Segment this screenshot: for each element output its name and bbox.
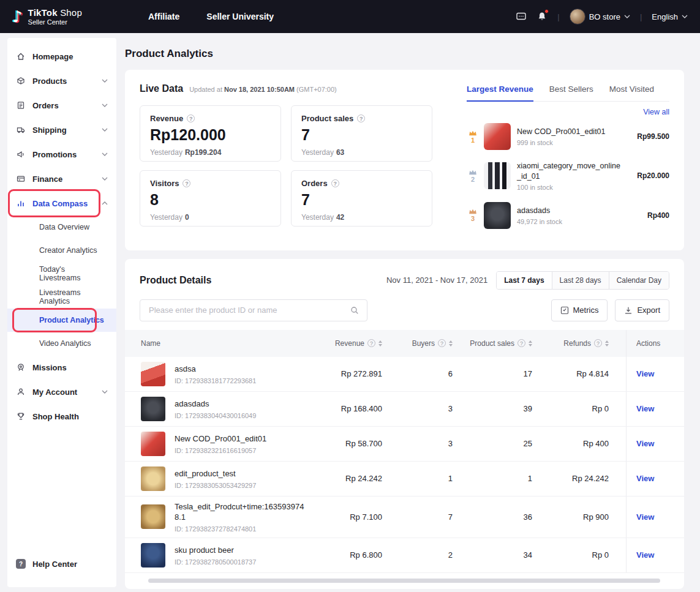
store-name: BO store — [589, 12, 620, 21]
sidebar-subitem-creator-analytics[interactable]: Creator Analytics — [7, 239, 116, 262]
header-product-sales: Product sales? — [470, 330, 549, 357]
card-icon — [16, 174, 26, 184]
product-name: New COD_Pro001_edit01 — [175, 433, 266, 444]
box-icon — [16, 76, 26, 86]
product-amount: Rp400 — [642, 211, 669, 220]
sidebar-subitem-product-analytics[interactable]: Product Analytics — [7, 309, 116, 332]
sidebar-item-products[interactable]: Products — [7, 69, 116, 93]
search-input[interactable] — [148, 305, 350, 315]
view-link[interactable]: View — [636, 512, 654, 522]
search-icon[interactable] — [350, 305, 359, 315]
cell-product-sales: 39 — [470, 392, 549, 426]
product-thumbnail — [141, 543, 165, 568]
sidebar-item-label: Missions — [32, 363, 67, 372]
yesterday-label: Yesterday — [301, 148, 334, 157]
sidebar-item-finance[interactable]: Finance — [7, 167, 116, 191]
product-id: ID: 1729383053053429297 — [175, 482, 256, 489]
sidebar-item-help-center[interactable]: ? Help Center — [7, 552, 116, 576]
view-link[interactable]: View — [636, 474, 654, 483]
sidebar-subitem-data-overview[interactable]: Data Overview — [7, 215, 116, 239]
product-thumbnail — [141, 466, 165, 491]
sidebar-item-missions[interactable]: Missions — [7, 355, 116, 380]
range-last-28-days[interactable]: Last 28 days — [552, 272, 609, 289]
table-row: New COD_Pro001_edit01ID: 172938232161661… — [125, 427, 684, 462]
header-revenue: Revenue? — [314, 330, 399, 357]
question-circle-icon[interactable]: ? — [438, 339, 446, 347]
sidebar-item-label: Orders — [32, 101, 59, 110]
sidebar-subitem-livestreams-analytics[interactable]: Livestreams Analytics — [7, 285, 116, 309]
metric-orders: Orders? 7 Yesterday42 — [291, 170, 432, 227]
range-calendar-day[interactable]: Calendar Day — [609, 272, 669, 289]
chevron-down-icon — [624, 15, 630, 18]
view-link[interactable]: View — [636, 550, 654, 560]
sidebar-item-label: Data Compass — [32, 199, 88, 208]
brand-subtitle: Seller Center — [28, 18, 82, 26]
store-menu[interactable]: BO store — [570, 9, 630, 24]
orders-icon — [16, 100, 26, 110]
sidebar-item-label: Shop Health — [32, 412, 79, 421]
horizontal-scrollbar[interactable] — [148, 579, 660, 583]
question-circle-icon[interactable]: ? — [517, 339, 525, 347]
brand-name: TikTok Shop — [28, 7, 82, 18]
ranking-item[interactable]: 3 adasdads49,972 in stock Rp400 — [467, 197, 669, 234]
yesterday-value: 63 — [336, 148, 344, 157]
sidebar-item-shipping[interactable]: Shipping — [7, 118, 116, 142]
table-row: sku product beerID: 1729382780500018737 … — [125, 538, 684, 573]
cell-product-sales: 34 — [470, 538, 549, 572]
question-circle-icon[interactable]: ? — [183, 179, 190, 187]
sidebar-item-promotions[interactable]: Promotions — [7, 142, 116, 167]
top-nav: Affiliate Seller University — [148, 12, 274, 21]
tab-largest-revenue[interactable]: Largest Revenue — [467, 84, 533, 102]
cell-buyers: 3 — [399, 392, 470, 426]
chevron-down-icon — [682, 15, 688, 18]
sidebar-item-shop-health[interactable]: Shop Health — [7, 404, 116, 429]
sidebar-item-my-account[interactable]: My Account — [7, 380, 116, 404]
product-name: xiaomi_category_move_online_id_01 — [517, 161, 621, 182]
sidebar-subitem-label: Product Analytics — [39, 316, 104, 324]
bell-icon[interactable] — [536, 11, 548, 22]
sidebar-item-orders[interactable]: Orders — [7, 93, 116, 118]
tab-most-visited[interactable]: Most Visited — [609, 84, 654, 101]
sort-icon[interactable] — [449, 340, 453, 347]
separator: | — [640, 12, 642, 21]
chevron-down-icon — [102, 390, 108, 394]
export-button[interactable]: Export — [615, 299, 669, 321]
sidebar-item-homepage[interactable]: Homepage — [7, 44, 116, 69]
question-circle-icon[interactable]: ? — [357, 114, 365, 122]
product-id: ID: 1729382321616619057 — [175, 447, 266, 454]
product-id: ID: 1729383040430016049 — [175, 412, 256, 419]
live-data-title: Live Data — [140, 83, 183, 94]
sort-icon[interactable] — [605, 340, 609, 347]
ranking-item[interactable]: 2 xiaomi_category_move_online_id_01100 i… — [467, 155, 669, 197]
page-title: Product Analytics — [125, 48, 684, 60]
sidebar-subitem-todays-livestreams[interactable]: Today's Livestreams — [7, 262, 116, 285]
sidebar-subitem-label: Creator Analytics — [39, 246, 97, 255]
sort-icon[interactable] — [378, 340, 382, 347]
question-circle-icon[interactable]: ? — [594, 339, 602, 347]
metrics-button[interactable]: Metrics — [551, 299, 608, 321]
cell-product-sales: 36 — [470, 496, 549, 538]
sidebar-subitem-label: Video Analytics — [39, 339, 91, 348]
product-thumbnail — [141, 504, 165, 529]
question-circle-icon[interactable]: ? — [331, 179, 339, 187]
nav-seller-university[interactable]: Seller University — [206, 12, 274, 21]
view-link[interactable]: View — [636, 404, 654, 413]
sidebar-item-data-compass[interactable]: Data Compass — [7, 191, 116, 215]
sidebar-subitem-video-analytics[interactable]: Video Analytics — [7, 332, 116, 355]
tab-best-sellers[interactable]: Best Sellers — [549, 84, 593, 101]
brand-logo[interactable]: ♪ TikTok Shop Seller Center — [12, 7, 82, 26]
nav-affiliate[interactable]: Affiliate — [148, 12, 179, 21]
question-circle-icon[interactable]: ? — [187, 114, 195, 122]
separator: | — [557, 12, 559, 21]
sort-icon[interactable] — [529, 340, 532, 347]
table-header: Name Revenue? Buyers? Product sales? Ref… — [125, 330, 684, 357]
language-menu[interactable]: English — [652, 12, 688, 21]
question-circle-icon[interactable]: ? — [367, 339, 375, 347]
range-last-7-days[interactable]: Last 7 days — [497, 272, 551, 289]
chat-icon[interactable] — [516, 11, 527, 22]
view-all-link[interactable]: View all — [467, 108, 669, 116]
view-link[interactable]: View — [636, 439, 654, 448]
ranking-item[interactable]: 1 New COD_Pro001_edit01999 in stock Rp99… — [467, 118, 669, 155]
product-id: ID: 1729382372782474801 — [175, 525, 307, 533]
view-link[interactable]: View — [636, 369, 654, 378]
